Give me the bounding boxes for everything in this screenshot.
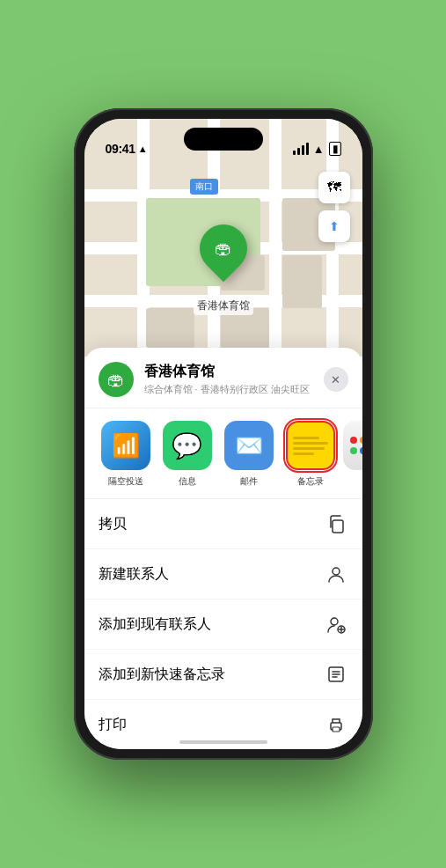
action-add-existing[interactable]: 添加到现有联系人 <box>84 600 362 650</box>
location-info: 香港体育馆 综合体育馆 · 香港特别行政区 油尖旺区 <box>144 363 324 396</box>
venue-description: 综合体育馆 · 香港特别行政区 油尖旺区 <box>144 383 324 396</box>
quick-note-label: 添加到新快速备忘录 <box>99 666 225 684</box>
location-header: 🏟 香港体育馆 综合体育馆 · 香港特别行政区 油尖旺区 ✕ <box>84 362 362 408</box>
mail-icon: ✉️ <box>224 421 274 470</box>
airdrop-icon: 📶 <box>101 421 150 470</box>
share-more[interactable] <box>345 421 362 488</box>
bottom-sheet: 🏟 香港体育馆 综合体育馆 · 香港特别行政区 油尖旺区 ✕ 📶 隔空投送 <box>84 348 362 749</box>
share-mail[interactable]: ✉️ 邮件 <box>222 421 276 488</box>
mail-label: 邮件 <box>240 475 258 488</box>
compass-icon: ⬆ <box>329 219 340 233</box>
phone-screen: 09:41 ▲ ▲ ▮ <box>84 119 362 749</box>
phone-frame: 09:41 ▲ ▲ ▮ <box>74 108 373 760</box>
location-arrow-icon: ▲ <box>138 143 148 154</box>
close-button[interactable]: ✕ <box>324 367 348 392</box>
messages-icon: 💬 <box>163 421 212 470</box>
close-icon: ✕ <box>331 373 340 386</box>
more-apps-icon <box>343 421 362 470</box>
svg-point-2 <box>331 618 338 625</box>
action-list: 拷贝 新建联系人 <box>84 499 362 749</box>
wifi-icon: ▲ <box>313 143 325 156</box>
messages-symbol: 💬 <box>172 431 202 460</box>
map-type-icon: 🗺 <box>327 180 341 195</box>
copy-label: 拷贝 <box>99 515 127 533</box>
signal-bars-icon <box>293 143 309 155</box>
venue-emoji: 🏟 <box>107 370 125 390</box>
map-controls: 🗺 ⬆ <box>318 172 350 249</box>
new-contact-icon <box>324 562 348 586</box>
svg-rect-0 <box>333 520 343 533</box>
quick-note-icon <box>324 662 348 687</box>
action-new-contact[interactable]: 新建联系人 <box>84 549 362 600</box>
svg-point-1 <box>333 568 340 575</box>
notes-label: 备忘录 <box>297 475 324 488</box>
dynamic-island <box>184 128 263 151</box>
action-quick-note[interactable]: 添加到新快速备忘录 <box>84 650 362 700</box>
messages-label: 信息 <box>179 475 196 488</box>
pin-inner: 🏟 <box>207 232 240 265</box>
map-type-button[interactable]: 🗺 <box>318 172 350 203</box>
action-copy[interactable]: 拷贝 <box>84 499 362 549</box>
stadium-icon: 🏟 <box>215 239 232 259</box>
copy-icon <box>324 511 348 536</box>
map-south-entrance-label: 南口 <box>190 179 218 195</box>
add-contact-icon <box>324 612 348 636</box>
airdrop-label: 隔空投送 <box>108 475 143 488</box>
mail-symbol: ✉️ <box>235 432 263 460</box>
print-icon <box>324 712 348 737</box>
share-messages[interactable]: 💬 信息 <box>160 421 215 488</box>
share-notes[interactable]: 备忘录 <box>283 421 338 488</box>
pin-label: 香港体育馆 <box>194 297 253 315</box>
home-indicator <box>179 740 267 744</box>
status-time: 09:41 <box>106 142 135 156</box>
status-icons: ▲ ▮ <box>293 142 341 156</box>
share-row: 📶 隔空投送 💬 信息 ✉️ 邮件 <box>84 408 362 499</box>
airdrop-symbol: 📶 <box>112 432 140 460</box>
venue-name: 香港体育馆 <box>144 363 324 381</box>
venue-icon: 🏟 <box>99 362 134 397</box>
pin-circle: 🏟 <box>189 215 256 282</box>
print-label: 打印 <box>99 716 127 734</box>
svg-rect-11 <box>333 727 340 732</box>
battery-icon: ▮ <box>329 142 341 156</box>
share-airdrop[interactable]: 📶 隔空投送 <box>99 421 153 488</box>
location-pin: 🏟 香港体育馆 <box>194 224 253 315</box>
location-button[interactable]: ⬆ <box>318 210 350 242</box>
notes-icon <box>286 421 335 470</box>
new-contact-label: 新建联系人 <box>99 565 169 584</box>
add-existing-label: 添加到现有联系人 <box>99 615 211 634</box>
